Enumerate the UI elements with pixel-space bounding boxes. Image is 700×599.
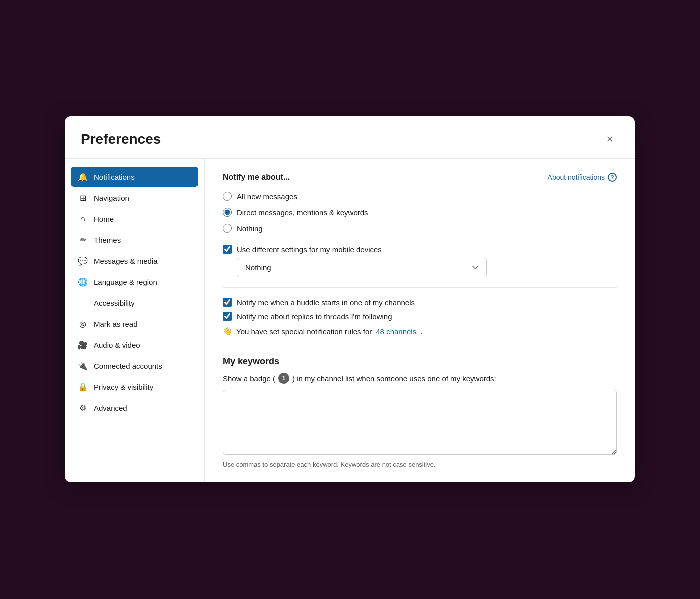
special-rule-emoji: 👋 — [223, 327, 232, 336]
modal-title: Preferences — [81, 132, 161, 148]
sidebar: 🔔Notifications⊞Navigation⌂Home✏Themes💬Me… — [65, 159, 205, 482]
huddle-label: Notify me when a huddle starts in one of… — [237, 298, 415, 307]
notifications-icon: 🔔 — [78, 172, 88, 182]
radio-all-messages-input[interactable] — [223, 192, 232, 201]
threads-checkbox[interactable] — [223, 312, 232, 321]
sidebar-item-notifications[interactable]: 🔔Notifications — [71, 167, 198, 187]
sidebar-item-mark-as-read[interactable]: ◎Mark as read — [71, 314, 198, 334]
audio-video-icon: 🎥 — [78, 340, 88, 350]
modal-body: 🔔Notifications⊞Navigation⌂Home✏Themes💬Me… — [65, 159, 635, 482]
channels-link[interactable]: 48 channels — [376, 328, 416, 336]
sidebar-item-audio-video[interactable]: 🎥Audio & video — [71, 335, 198, 355]
threads-label: Notify me about replies to threads I'm f… — [237, 312, 392, 321]
sidebar-item-label-privacy-visibility: Privacy & visibility — [94, 383, 154, 392]
keywords-badge: 1 — [278, 373, 290, 384]
radio-direct-messages-label: Direct messages, mentions & keywords — [237, 208, 368, 217]
radio-nothing-label: Nothing — [237, 224, 263, 233]
sidebar-item-accessibility[interactable]: 🖥Accessibility — [71, 293, 198, 313]
special-rule-text-before: You have set special notification rules … — [236, 328, 372, 336]
sidebar-item-label-themes: Themes — [94, 236, 121, 244]
mobile-settings-checkbox[interactable] — [223, 245, 232, 254]
advanced-icon: ⚙ — [78, 403, 88, 413]
about-notifications-label: About notifications — [548, 174, 605, 182]
notify-section-title: Notify me about... — [223, 173, 290, 182]
messages-media-icon: 💬 — [78, 256, 88, 266]
sidebar-item-home[interactable]: ⌂Home — [71, 209, 198, 229]
sidebar-item-label-connected-accounts: Connected accounts — [94, 362, 162, 370]
special-rule-row: 👋 You have set special notification rule… — [223, 327, 617, 336]
divider-2 — [223, 346, 617, 346]
mobile-settings-label: Use different settings for my mobile dev… — [237, 246, 382, 254]
mobile-dropdown[interactable]: All new messagesDirect messages, mention… — [237, 258, 487, 278]
about-notifications-link[interactable]: About notifications ? — [548, 173, 617, 182]
threads-notify-row: Notify me about replies to threads I'm f… — [223, 312, 617, 321]
radio-nothing[interactable]: Nothing — [223, 224, 617, 233]
special-rule-text-after: . — [420, 328, 422, 336]
connected-accounts-icon: 🔌 — [78, 361, 88, 371]
keywords-desc: Show a badge ( 1 ) in my channel list wh… — [223, 373, 617, 384]
keywords-desc-after: ) in my channel list when someone uses o… — [292, 374, 496, 383]
mark-as-read-icon: ◎ — [78, 319, 88, 329]
sidebar-item-label-accessibility: Accessibility — [94, 299, 135, 308]
home-icon: ⌂ — [78, 214, 88, 224]
sidebar-item-label-navigation: Navigation — [94, 194, 130, 202]
sidebar-item-label-advanced: Advanced — [94, 404, 128, 412]
radio-direct-messages-input[interactable] — [223, 208, 232, 217]
mobile-settings-section: Use different settings for my mobile dev… — [223, 245, 617, 278]
main-content: Notify me about... About notifications ?… — [205, 159, 635, 482]
notify-radio-group: All new messages Direct messages, mentio… — [223, 192, 617, 233]
help-circle-icon: ? — [608, 173, 617, 182]
sidebar-item-label-notifications: Notifications — [94, 173, 135, 182]
keywords-desc-before: Show a badge ( — [223, 374, 276, 383]
sidebar-item-connected-accounts[interactable]: 🔌Connected accounts — [71, 356, 198, 376]
huddle-notify-row: Notify me when a huddle starts in one of… — [223, 298, 617, 307]
themes-icon: ✏ — [78, 235, 88, 245]
sidebar-item-navigation[interactable]: ⊞Navigation — [71, 188, 198, 208]
sidebar-item-themes[interactable]: ✏Themes — [71, 230, 198, 250]
radio-all-messages-label: All new messages — [237, 192, 298, 201]
close-button[interactable]: × — [601, 130, 619, 148]
privacy-visibility-icon: 🔒 — [78, 382, 88, 392]
keywords-hint: Use commas to separate each keyword. Key… — [223, 461, 617, 468]
sidebar-item-privacy-visibility[interactable]: 🔒Privacy & visibility — [71, 377, 198, 397]
language-region-icon: 🌐 — [78, 277, 88, 287]
keywords-section: My keywords Show a badge ( 1 ) in my cha… — [223, 356, 617, 468]
sidebar-item-label-home: Home — [94, 215, 114, 224]
radio-nothing-input[interactable] — [223, 224, 232, 233]
huddle-checkbox[interactable] — [223, 298, 232, 307]
sidebar-item-label-audio-video: Audio & video — [94, 341, 140, 350]
sidebar-item-language-region[interactable]: 🌐Language & region — [71, 272, 198, 292]
sidebar-item-label-messages-media: Messages & media — [94, 257, 158, 266]
sidebar-item-label-mark-as-read: Mark as read — [94, 320, 138, 328]
divider-1 — [223, 288, 617, 288]
mobile-dropdown-wrapper: All new messagesDirect messages, mention… — [237, 258, 617, 278]
keywords-title: My keywords — [223, 356, 617, 367]
sidebar-item-advanced[interactable]: ⚙Advanced — [71, 398, 198, 418]
accessibility-icon: 🖥 — [78, 298, 88, 308]
radio-all-messages[interactable]: All new messages — [223, 192, 617, 201]
keywords-textarea[interactable] — [223, 390, 617, 455]
mobile-settings-checkbox-label[interactable]: Use different settings for my mobile dev… — [223, 245, 617, 254]
sidebar-item-messages-media[interactable]: 💬Messages & media — [71, 251, 198, 271]
sidebar-item-label-language-region: Language & region — [94, 278, 158, 286]
modal-overlay: Preferences × 🔔Notifications⊞Navigation⌂… — [0, 0, 700, 599]
radio-direct-messages[interactable]: Direct messages, mentions & keywords — [223, 208, 617, 217]
navigation-icon: ⊞ — [78, 193, 88, 203]
notify-section-header: Notify me about... About notifications ? — [223, 173, 617, 182]
modal-header: Preferences × — [65, 116, 635, 159]
preferences-modal: Preferences × 🔔Notifications⊞Navigation⌂… — [65, 116, 635, 482]
